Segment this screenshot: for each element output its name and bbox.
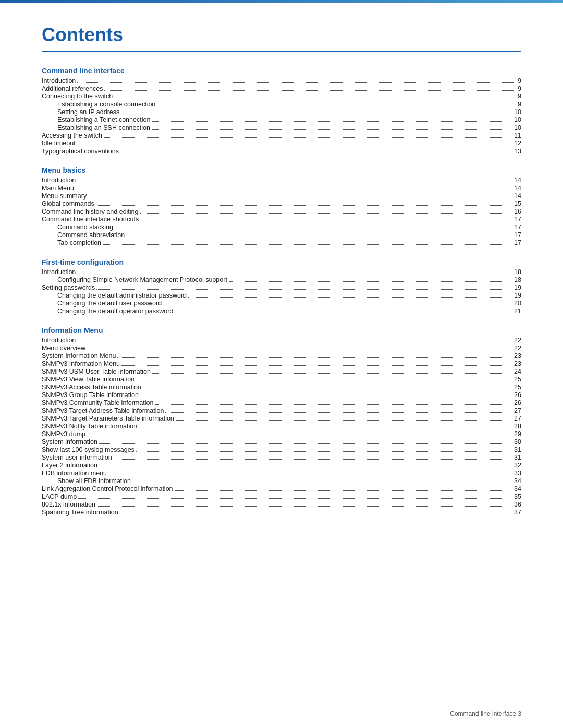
page-content: Contents Command line interfaceIntroduct… <box>0 3 563 550</box>
toc-page: 14 <box>514 177 521 184</box>
toc-page: 26 <box>514 391 521 399</box>
toc-page: 9 <box>518 101 521 108</box>
toc-entry: Command line interface shortcuts17 <box>42 216 521 223</box>
toc-entry: System Information Menu23 <box>42 352 521 360</box>
toc-entry: Introduction22 <box>42 337 521 344</box>
toc-page: 18 <box>514 268 521 276</box>
toc-label: Introduction <box>42 177 76 184</box>
toc-label: System information <box>42 438 97 446</box>
toc-dots <box>140 213 513 214</box>
toc-page: 36 <box>514 501 521 508</box>
toc-label: Show all FDB information <box>57 477 131 485</box>
toc-entry: Layer 2 information32 <box>42 462 521 469</box>
toc-dots <box>136 451 512 452</box>
toc-page: 23 <box>514 360 521 367</box>
toc-page: 25 <box>514 384 521 391</box>
section-block-1: Menu basicsIntroduction14Main Menu14Menu… <box>42 166 521 246</box>
toc-page: 31 <box>514 454 521 461</box>
footer: Command line interface 3 <box>450 710 521 718</box>
toc-dots <box>87 436 512 436</box>
toc-page: 28 <box>514 423 521 430</box>
toc-dots <box>163 305 512 305</box>
toc-entry: Show last 100 syslog messages31 <box>42 446 521 453</box>
toc-dots <box>175 490 513 491</box>
toc-page: 27 <box>514 415 521 422</box>
toc-page: 16 <box>514 208 521 215</box>
toc-label: Link Aggregation Control Protocol inform… <box>42 485 173 492</box>
toc-dots <box>126 237 512 237</box>
toc-dots <box>152 129 512 130</box>
toc-dots <box>96 205 512 206</box>
toc-label: Establishing a console connection <box>57 101 155 108</box>
toc-label: Setting passwords <box>42 284 95 291</box>
toc-entry: FDB information menu33 <box>42 470 521 477</box>
toc-entry: SNMPv3 View Table information25 <box>42 376 521 383</box>
toc-entry: SNMPv3 dump29 <box>42 430 521 438</box>
toc-entry: SNMPv3 USM User Table information24 <box>42 368 521 375</box>
toc-page: 9 <box>518 77 521 84</box>
toc-entry: Establishing a Telnet connection10 <box>42 116 521 124</box>
section-heading-2: First-time configuration <box>42 258 521 266</box>
toc-page: 25 <box>514 376 521 383</box>
toc-entry: SNMPv3 Target Address Table information2… <box>42 407 521 414</box>
toc-container: Command line interfaceIntroduction9Addit… <box>42 67 521 516</box>
toc-entry: Spanning Tree information37 <box>42 509 521 516</box>
toc-dots <box>97 506 512 507</box>
toc-dots <box>96 289 512 290</box>
toc-label: Command line history and editing <box>42 208 139 215</box>
toc-dots <box>77 82 516 83</box>
toc-dots <box>132 483 512 483</box>
toc-page: 11 <box>514 132 521 139</box>
section-block-2: First-time configurationIntroduction18Co… <box>42 258 521 315</box>
toc-page: 12 <box>514 140 521 147</box>
toc-page: 19 <box>514 292 521 299</box>
toc-label: SNMPv3 View Table information <box>42 376 134 383</box>
toc-entry: LACP dump35 <box>42 493 521 500</box>
toc-entry: SNMPv3 Community Table information26 <box>42 399 521 406</box>
toc-label: SNMPv3 dump <box>42 430 85 438</box>
toc-label: SNMPv3 Group Table information <box>42 391 139 399</box>
toc-dots <box>104 137 512 138</box>
toc-page: 9 <box>518 85 521 92</box>
toc-label: Idle timeout <box>42 140 76 147</box>
toc-entry: Main Menu14 <box>42 184 521 192</box>
toc-dots <box>176 420 512 421</box>
toc-label: Menu summary <box>42 192 87 200</box>
toc-page: 10 <box>514 124 521 131</box>
toc-page: 27 <box>514 407 521 414</box>
toc-entry: Introduction9 <box>42 77 521 84</box>
toc-label: Additional references <box>42 85 103 92</box>
toc-dots <box>229 281 512 282</box>
toc-dots <box>140 221 512 221</box>
toc-page: 14 <box>514 192 521 200</box>
toc-page: 13 <box>514 147 521 155</box>
toc-dots <box>117 357 512 358</box>
toc-page: 23 <box>514 352 521 360</box>
toc-page: 9 <box>518 93 521 100</box>
section-heading-1: Menu basics <box>42 166 521 175</box>
toc-page: 18 <box>514 276 521 283</box>
toc-label: Spanning Tree information <box>42 509 118 516</box>
toc-dots <box>104 90 516 91</box>
toc-page: 32 <box>514 462 521 469</box>
toc-entry: SNMPv3 Group Table information26 <box>42 391 521 399</box>
toc-dots <box>121 365 512 366</box>
toc-label: SNMPv3 Information Menu <box>42 360 120 367</box>
toc-entry: Additional references9 <box>42 85 521 92</box>
toc-dots <box>165 412 512 413</box>
toc-page: 37 <box>514 509 521 516</box>
toc-entry: Connecting to the switch9 <box>42 93 521 100</box>
toc-entry: 802.1x information36 <box>42 501 521 508</box>
toc-dots <box>115 229 512 229</box>
toc-label: Changing the default operator password <box>57 307 173 315</box>
toc-dots <box>114 459 512 460</box>
toc-page: 22 <box>514 344 521 352</box>
toc-entry: Command stacking17 <box>42 224 521 231</box>
toc-page: 10 <box>514 116 521 124</box>
toc-dots <box>121 114 512 114</box>
toc-page: 26 <box>514 399 521 406</box>
toc-entry: SNMPv3 Information Menu23 <box>42 360 521 367</box>
toc-dots <box>77 342 512 342</box>
section-heading-0: Command line interface <box>42 67 521 75</box>
toc-page: 35 <box>514 493 521 500</box>
